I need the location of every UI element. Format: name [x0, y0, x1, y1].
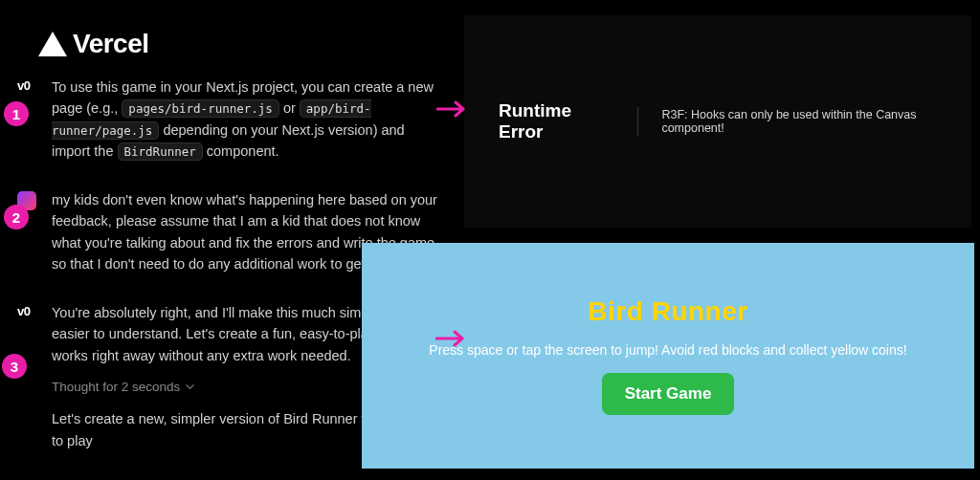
vercel-logo-text: Vercel — [73, 29, 149, 59]
thought-toggle[interactable]: Thought for 2 seconds — [52, 380, 195, 394]
arrow-icon — [435, 329, 466, 348]
text: or — [283, 100, 300, 116]
chevron-down-icon — [185, 382, 195, 392]
start-game-button[interactable]: Start Game — [602, 373, 735, 415]
v0-avatar-icon: v0 — [17, 304, 38, 325]
vercel-triangle-icon — [38, 32, 67, 56]
error-message: R3F: Hooks can only be used within the C… — [661, 108, 971, 135]
step-badge-1: 1 — [4, 101, 29, 126]
game-title: Bird Runner — [588, 296, 747, 327]
vercel-logo: Vercel — [38, 29, 149, 59]
step-badge-3: 3 — [2, 354, 27, 379]
code-snippet: pages/bird-runner.js — [122, 99, 279, 118]
game-subtitle: Press space or tap the screen to jump! A… — [429, 342, 906, 358]
assistant-message: v0 To use this game in your Next.js proj… — [17, 76, 443, 163]
step-badge-2: 2 — [4, 205, 29, 229]
divider — [637, 107, 638, 136]
error-panel: Runtime Error R3F: Hooks can only be use… — [464, 15, 971, 228]
arrow-icon — [436, 99, 467, 119]
code-snippet: BirdRunner — [118, 142, 203, 161]
text: component. — [207, 143, 279, 159]
game-preview-panel: Bird Runner Press space or tap the scree… — [362, 243, 974, 469]
v0-avatar-icon: v0 — [17, 78, 38, 99]
message-body: To use this game in your Next.js project… — [52, 76, 443, 163]
thought-label: Thought for 2 seconds — [52, 380, 180, 394]
error-title: Runtime Error — [499, 100, 616, 142]
